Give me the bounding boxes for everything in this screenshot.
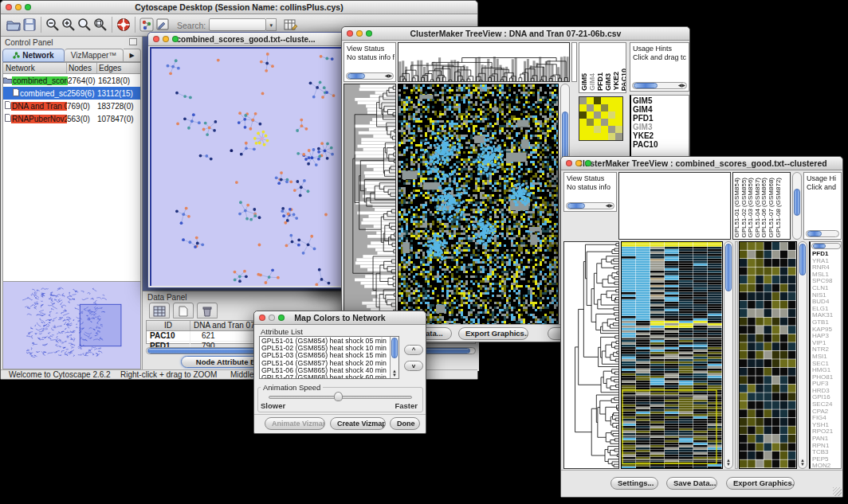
network-tree-row[interactable]: combined_scores2764(0)16218(0) [3,74,140,87]
tv1-gene-item[interactable]: GIM4 [633,105,687,114]
zoom-button[interactable] [366,30,372,37]
tv2-gene-item[interactable]: RNR4 [812,264,839,272]
tab-overflow-arrow[interactable]: ▶ [124,49,141,62]
scroll-arrows[interactable]: ◀▶ [606,204,613,208]
tv2-heatmap[interactable] [621,241,723,469]
search-dropdown-arrow[interactable]: ▾ [266,18,277,31]
tv2-gene-list-hscroll-thumb[interactable] [813,244,826,248]
tv2-gene-item[interactable]: GTB1 [812,319,839,326]
tv2-zoom-vscroll-thumb[interactable] [799,244,806,275]
window-controls[interactable] [153,36,179,42]
vizmapper-icon[interactable] [139,17,155,33]
tv2-gene-item[interactable]: SPC98 [812,278,839,285]
float-panel-icon[interactable] [129,38,137,45]
tv2-save-data-button[interactable]: Save Data... [666,477,717,490]
tv2-heatmap-vscroll-thumb[interactable] [725,244,732,291]
tv2-labels-vscroll-thumb[interactable] [794,189,800,216]
tv2-splitter[interactable] [735,241,738,469]
network-overview-canvas[interactable] [3,282,140,369]
close-button[interactable] [259,315,265,321]
zoom-out-icon[interactable] [45,17,61,33]
tv2-gene-item[interactable]: HAP3 [812,333,839,340]
tv2-gene-item[interactable]: MSL1 [812,272,839,279]
tv2-gene-list-hscroll[interactable] [811,243,841,249]
window-controls[interactable] [6,4,31,10]
delete-attribute-icon[interactable] [197,303,218,318]
scroll-arrows[interactable]: ▲▼ [726,459,731,467]
attribute-list-item[interactable]: GPL51-07 (GSM868) heat shock 60 min [261,374,397,379]
tv2-gene-item[interactable]: NTR2 [812,346,839,354]
open-session-icon[interactable] [6,17,22,33]
zoom-button[interactable] [25,4,31,10]
network-view-canvas[interactable] [151,49,342,286]
tv2-gene-item[interactable]: TCB3 [812,449,839,456]
tv2-gene-item[interactable]: FIG4 [812,415,839,422]
close-button[interactable] [153,36,159,42]
tv2-labels-vscroll[interactable] [792,172,802,240]
window-controls[interactable] [259,315,285,321]
tv2-gene-item[interactable]: SEC24 [812,401,839,408]
tv2-gene-item[interactable]: CPA2 [812,408,839,416]
new-attribute-icon[interactable] [173,303,194,318]
tv1-column-dendrogram[interactable] [398,42,570,82]
tv2-usage-hints-scrollbar[interactable] [806,230,839,237]
tv2-usage-hints-thumb[interactable] [807,231,822,236]
close-button[interactable] [566,160,572,166]
treeview2-titlebar[interactable]: ClusterMaker TreeView : combined_scores_… [561,157,842,170]
tv2-gene-item[interactable]: YRA1 [812,258,839,265]
attribute-list-thumb[interactable] [391,338,398,358]
zoom-button[interactable] [585,160,591,166]
tv2-gene-item[interactable]: BUD4 [812,299,839,306]
close-button[interactable] [6,4,12,10]
network-tree-row[interactable]: DNA and Tran 07769(0)183728(0) [3,100,140,112]
tv2-gene-item[interactable]: PAN1 [812,436,839,443]
network-table-header[interactable]: Network Nodes Edges [3,63,140,74]
tv2-gene-item[interactable]: KAP95 [812,326,839,334]
zoom-selected-icon[interactable] [92,17,108,33]
tv2-row-dendrogram[interactable] [563,241,619,469]
tv1-usage-hints-thumb[interactable] [634,83,658,88]
move-up-button[interactable]: ^ [404,345,423,355]
minimize-button[interactable] [575,160,582,166]
tv2-gene-item[interactable]: CLN1 [812,285,839,292]
zoom-button[interactable] [172,36,179,42]
tv1-usage-hints-scrollbar[interactable]: ◀▶ [632,82,687,89]
tv2-gene-item[interactable]: NIS1 [812,292,839,299]
tv1-gene-item[interactable]: PFD1 [633,114,687,123]
minimize-button[interactable] [163,36,169,42]
close-button[interactable] [347,30,353,37]
window-controls[interactable] [566,160,591,166]
tv2-view-status-thumb[interactable] [567,203,585,209]
tv2-view-status-scrollbar[interactable]: ◀▶ [566,202,614,209]
tv2-gene-item[interactable]: HRD3 [812,388,839,395]
tv2-heatmap-vscroll[interactable]: ▲▼ [724,241,733,469]
minimize-button[interactable] [356,30,363,37]
tv1-gene-item[interactable]: PAC10 [633,140,687,149]
tv1-mini-heatmap[interactable] [579,96,623,141]
tv2-zoom-vscroll[interactable]: ▲▼ [798,241,807,469]
window-controls[interactable] [347,30,372,37]
resize-grip[interactable] [833,487,842,496]
zoom-button[interactable] [278,315,285,321]
tv2-column-tree-area[interactable] [618,172,731,240]
scroll-arrows[interactable]: ◀▶ [385,74,392,78]
tv2-gene-list[interactable]: PFD1YRA1RNR4MSL1SPC98CLN1NIS1BUD4ELG1MAK… [811,242,841,469]
help-lifering-icon[interactable] [116,17,132,33]
tv2-gene-item[interactable]: YSH1 [812,422,839,429]
network-view-titlebar[interactable]: combined_scores_good.txt--cluste... [148,33,344,46]
tv2-gene-item[interactable]: PFD1 [812,251,839,258]
tv2-gene-item[interactable]: RPO21 [812,428,839,436]
tv2-export-graphics-button[interactable]: Export Graphics... [726,477,795,490]
treeview1-titlebar[interactable]: ClusterMaker TreeView : DNA and Tran 07-… [342,27,689,41]
save-session-icon[interactable] [22,17,37,33]
tv2-gene-item[interactable]: PHO81 [812,374,839,381]
attribute-list-vscroll[interactable]: ▲▼ [390,337,398,378]
tv1-heatmap[interactable] [398,84,559,326]
tv1-gene-item[interactable]: YKE2 [633,131,687,140]
tv1-gene-item[interactable]: GIM5 [633,96,687,105]
minimize-button[interactable] [269,315,275,321]
minimize-button[interactable] [15,4,22,10]
search-input[interactable] [209,18,266,31]
tv2-gene-item[interactable]: PUF3 [812,381,839,388]
zoom-fit-icon[interactable] [77,17,92,33]
